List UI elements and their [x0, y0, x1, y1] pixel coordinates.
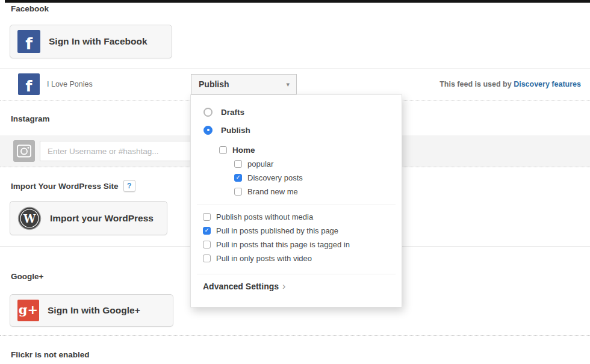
- divider: [197, 274, 396, 274]
- divider: [0, 335, 590, 336]
- caret-down-icon: ▾: [286, 81, 290, 88]
- wordpress-section-heading: Import Your WordPress Site ?: [11, 180, 135, 192]
- dropdown-option-publish[interactable]: Publish: [191, 121, 402, 139]
- advanced-settings-label: Advanced Settings: [203, 282, 279, 291]
- googleplus-section-heading: Google+: [11, 272, 43, 281]
- feed-usage-prefix: This feed is used by: [439, 80, 511, 88]
- feed-status-dropdown: Drafts Publish Home popular Discovery po…: [190, 94, 402, 307]
- checkbox-icon[interactable]: [203, 254, 211, 262]
- radio-label: Drafts: [221, 108, 244, 117]
- radio-label: Publish: [221, 126, 250, 135]
- googleplus-icon: g+: [17, 300, 39, 321]
- wordpress-import-label: Import your WordPress: [50, 213, 154, 224]
- top-bar: [5, 0, 590, 3]
- option-pull-tagged[interactable]: Pull in posts that this page is tagged i…: [191, 238, 402, 251]
- wordpress-import-button[interactable]: W Import your WordPress: [10, 201, 167, 235]
- checkbox-icon[interactable]: [203, 213, 211, 221]
- googleplus-signin-button[interactable]: g+ Sign In with Google+: [10, 294, 173, 327]
- feed-status-value: Publish: [199, 79, 229, 89]
- checkbox-icon[interactable]: [219, 146, 227, 154]
- wordpress-icon: W: [17, 206, 42, 230]
- checkbox-label: Pull in posts published by this page: [216, 226, 338, 235]
- checkbox-label: Pull in only posts with video: [216, 254, 312, 263]
- googleplus-signin-label: Sign In with Google+: [48, 305, 140, 316]
- dropdown-option-drafts[interactable]: Drafts: [191, 103, 402, 121]
- divider: [197, 205, 396, 205]
- album-popular[interactable]: popular: [191, 157, 402, 171]
- chevron-right-icon: ›: [282, 282, 285, 291]
- facebook-icon: f: [18, 73, 40, 95]
- checkbox-label: Home: [232, 146, 255, 155]
- instagram-section-heading: Instagram: [11, 114, 50, 123]
- checkbox-label: popular: [247, 159, 273, 168]
- checkbox-label: Publish posts without media: [216, 212, 313, 221]
- facebook-signin-label: Sign In with Facebook: [49, 36, 148, 47]
- facebook-section-heading: Facebook: [11, 4, 49, 13]
- facebook-signin-button[interactable]: f Sign In with Facebook: [10, 25, 172, 58]
- radio-icon[interactable]: [203, 126, 213, 135]
- advanced-settings-link[interactable]: Advanced Settings ›: [191, 282, 402, 291]
- svg-text:W: W: [23, 212, 36, 224]
- checkbox-icon[interactable]: [203, 227, 211, 235]
- facebook-icon: f: [17, 30, 40, 53]
- checkbox-icon[interactable]: [234, 160, 242, 168]
- wordpress-heading-label: Import Your WordPress Site: [11, 182, 119, 191]
- checkbox-icon[interactable]: [234, 188, 242, 196]
- checkbox-label: Discovery posts: [247, 173, 303, 182]
- checkbox-icon[interactable]: [203, 241, 211, 248]
- help-icon[interactable]: ?: [123, 180, 135, 192]
- feed-name: I Love Ponies: [47, 80, 93, 88]
- option-pull-published[interactable]: Pull in posts published by this page: [191, 224, 402, 238]
- album-brand-new-me[interactable]: Brand new me: [191, 185, 402, 199]
- feed-usage-text: This feed is used by Discovery features: [439, 80, 581, 88]
- checkbox-icon[interactable]: [234, 174, 242, 182]
- feed-settings-page: Facebook f Sign In with Facebook f I Lov…: [0, 0, 590, 364]
- option-pull-video-only[interactable]: Pull in only posts with video: [191, 251, 402, 265]
- checkbox-label: Pull in posts that this page is tagged i…: [216, 240, 350, 249]
- feed-status-select[interactable]: Publish ▾: [191, 74, 297, 94]
- option-publish-without-media[interactable]: Publish posts without media: [191, 210, 402, 224]
- album-discovery-posts[interactable]: Discovery posts: [191, 171, 402, 185]
- instagram-icon: [13, 140, 35, 162]
- radio-icon[interactable]: [203, 108, 213, 117]
- discovery-features-link[interactable]: Discovery features: [514, 80, 581, 88]
- checkbox-label: Brand new me: [247, 187, 298, 196]
- flickr-status-text: Flickr is not enabled: [11, 350, 90, 359]
- album-home[interactable]: Home: [191, 143, 402, 157]
